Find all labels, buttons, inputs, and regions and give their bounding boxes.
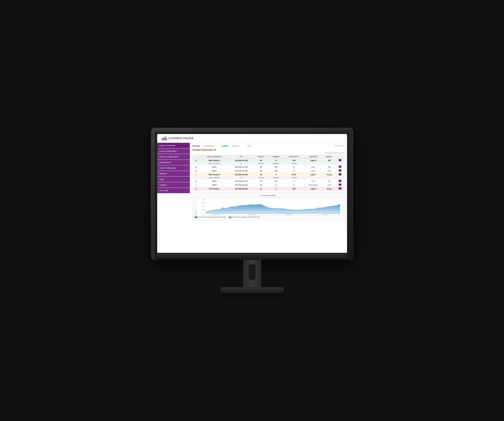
svg-text:Wed 18:00: Wed 18:00 (249, 214, 256, 215)
svg-text:Thu 06:00: Thu 06:00 (322, 214, 328, 215)
cluster-2-status-icon: ⚠ (195, 173, 197, 176)
wc2-web1-halt[interactable]: Halt (323, 179, 336, 183)
nav-primary[interactable]: Primary (192, 145, 200, 147)
web1-drain[interactable]: Drain (304, 165, 323, 169)
wc2-web2-conns: 0 (284, 183, 304, 187)
app-header: LOADBALANCER (157, 134, 347, 143)
sidebar-item-reports[interactable]: Reports (157, 171, 190, 176)
th-mode: MODE ▾ (323, 155, 336, 159)
wc2-web1-drain[interactable]: Drain (304, 179, 323, 183)
rs2-header-ip: IP (229, 177, 254, 179)
web1-chart[interactable] (336, 165, 344, 169)
svg-text:40 M: 40 M (202, 199, 205, 200)
cluster-1-conns: 0 (269, 159, 284, 162)
wc2-web2-ip: 192.168.110.243 (229, 183, 254, 187)
wc2-web2-status: ⊙ (192, 183, 200, 187)
logo-text: LOADBALANCER (168, 137, 194, 140)
nav-sep-1: | (202, 145, 202, 147)
nav-secondary[interactable]: Secondary (204, 145, 214, 147)
ftp-status-cell: ▼ (192, 187, 200, 191)
sidebar-item-support[interactable]: Support (157, 182, 190, 187)
cluster-1-status-cell: ▲ (192, 159, 200, 162)
ftp-name: FTP-Cluster-1 (200, 187, 229, 191)
cluster-1-status-icon: ▲ (195, 159, 197, 162)
web1-halt[interactable]: Halt (323, 165, 336, 169)
nav-link[interactable]: Link (247, 145, 251, 147)
nav-passive[interactable]: Passive (232, 145, 239, 147)
svg-text:10 M: 10 M (202, 210, 205, 211)
wc2-web1-conns: 0 (284, 179, 304, 183)
web2-chart[interactable] (336, 169, 344, 173)
svg-text:Thu 00:00: Thu 00:00 (285, 214, 292, 215)
rs-header-empty2 (304, 162, 323, 165)
logo-bar-1 (162, 138, 162, 140)
th-conns: CONNS ▾ (269, 155, 284, 159)
table-row: REAL SERVER IP PORTS WEIGHT CONNS (192, 177, 344, 179)
wc2-web1-ip: 192.168.110.242 (229, 179, 254, 183)
logo-area: LOADBALANCER (162, 136, 194, 140)
th-ports: PORTS ▾ (254, 155, 269, 159)
wc2-web1-chart[interactable] (336, 179, 344, 183)
cluster-2-protocol: HTTP (284, 173, 304, 177)
cluster-1-protocol: TCP (284, 159, 304, 162)
cluster-2-conns: 0 (269, 173, 284, 177)
sidebar-item-local-configuration[interactable]: Local Configuration (157, 148, 190, 154)
sidebar-item-live-chat[interactable]: Live Chat (157, 188, 190, 193)
web1-up-icon: ▲ (195, 166, 197, 168)
page-title: System Overview ? (192, 148, 344, 151)
rs-header-conns: CONNS (284, 162, 304, 165)
th-method: METHOD ▾ (304, 155, 323, 159)
th-ip: IP ▾ (229, 155, 254, 159)
refresh-icon[interactable]: ⟳ (343, 144, 344, 147)
svg-text:Wed 12:00: Wed 12:00 (212, 214, 219, 215)
sidebar-item-logs[interactable]: Logs (157, 177, 190, 182)
wc2-web2-drain[interactable]: Online (drain) (304, 183, 323, 187)
legend-rx: RX 2M Min, 14M Avg, 12121170M Total, (195, 216, 226, 218)
wc2-web2-halt[interactable]: Halt (323, 183, 336, 187)
wc2-web1-name: Web1 (200, 179, 229, 183)
rs2-header-empty2 (304, 177, 323, 179)
logo-icon (162, 136, 167, 140)
th-protocol: PROTOCOL ▾ (284, 155, 304, 159)
cluster-1-chart-icon[interactable] (336, 159, 344, 162)
cluster-2-mode: Proxy (323, 173, 336, 177)
logo-bar-5 (166, 138, 167, 140)
rs2-header-conns: CONNS (284, 177, 304, 179)
stand-neck (243, 260, 261, 287)
web1-ip: 192.168.110.240 (229, 165, 254, 169)
web2-halt[interactable]: Halt (323, 169, 336, 173)
content-area: Primary | Secondary Active | Passive Lin… (190, 143, 347, 253)
nav-active[interactable]: Active (222, 145, 228, 147)
web2-drain[interactable]: Drain (304, 169, 323, 173)
sidebar-item-system-overview[interactable]: System Overview (157, 143, 190, 148)
web2-status-cell: ▲ (192, 169, 200, 173)
cluster-2-status-cell: ⚠ (192, 173, 200, 177)
legend-rx-color (195, 217, 197, 218)
wc2-web2-chart[interactable] (336, 183, 344, 187)
wc2-web1-weight: 100 (269, 179, 284, 183)
ftp-chart-icon[interactable] (336, 187, 344, 191)
th-empty-1 (192, 155, 200, 159)
web2-name: Web2 (200, 169, 229, 173)
vs-table: VIRTUAL SERVICE ▾ IP ▾ PORTS ▾ CONNS ▾ P… (192, 155, 344, 191)
chart-svg: 40 M 30 M 20 M 10 M (197, 198, 342, 215)
cluster-2-chart-icon[interactable] (336, 173, 344, 177)
rs2-header-weight: WEIGHT (269, 177, 284, 179)
th-action (336, 155, 344, 159)
sidebar-item-cluster-configuration[interactable]: Cluster Configuration (157, 154, 190, 159)
wc2-web2-name: Web2 (200, 183, 229, 187)
cluster-1-method: Layer 4 (304, 159, 323, 162)
sidebar-item-view-configuration[interactable]: View Configuration (157, 165, 190, 171)
web2-conns: 0 (284, 169, 304, 173)
chart-title: Network Bandwidth (195, 194, 342, 197)
chart-y-label: Bytes/s (195, 198, 196, 216)
web1-ports: 80 (254, 165, 269, 169)
rs-header-ip: IP (229, 162, 254, 165)
sidebar-item-maintenance[interactable]: Maintenance (157, 160, 190, 165)
info-icon[interactable]: ? (214, 149, 216, 151)
wc2-web1-ports: 80 (254, 179, 269, 183)
top-nav: Primary | Secondary Active | Passive Lin… (192, 144, 344, 147)
chart-area: 40 M 30 M 20 M 10 M (196, 198, 342, 216)
web2-ip: 192.168.110.241 (229, 169, 254, 173)
rs-header-empty4 (336, 162, 344, 165)
